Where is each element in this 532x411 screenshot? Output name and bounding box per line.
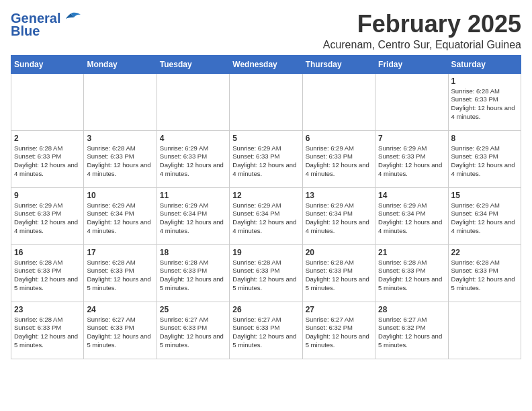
- calendar-table: SundayMondayTuesdayWednesdayThursdayFrid…: [11, 55, 521, 359]
- calendar-cell: 11Sunrise: 6:29 AM Sunset: 6:34 PM Dayli…: [157, 187, 229, 244]
- calendar-cell: [375, 73, 448, 130]
- calendar-cell: 3Sunrise: 6:28 AM Sunset: 6:33 PM Daylig…: [84, 130, 157, 187]
- header-sunday: Sunday: [11, 55, 84, 73]
- calendar-cell: [230, 73, 302, 130]
- calendar-cell: 21Sunrise: 6:28 AM Sunset: 6:33 PM Dayli…: [375, 244, 448, 302]
- calendar-cell: [302, 73, 375, 130]
- calendar-cell: 4Sunrise: 6:29 AM Sunset: 6:33 PM Daylig…: [157, 130, 229, 187]
- day-info: Sunrise: 6:28 AM Sunset: 6:33 PM Dayligh…: [378, 259, 445, 293]
- day-number: 6: [306, 134, 372, 143]
- calendar-cell: 12Sunrise: 6:29 AM Sunset: 6:34 PM Dayli…: [230, 187, 302, 244]
- calendar-cell: 8Sunrise: 6:29 AM Sunset: 6:33 PM Daylig…: [448, 130, 521, 187]
- day-info: Sunrise: 6:29 AM Sunset: 6:34 PM Dayligh…: [87, 201, 153, 236]
- day-number: 8: [451, 134, 518, 143]
- day-info: Sunrise: 6:29 AM Sunset: 6:33 PM Dayligh…: [160, 144, 226, 179]
- day-number: 13: [306, 191, 372, 200]
- day-number: 22: [451, 248, 518, 257]
- day-number: 11: [160, 191, 226, 200]
- day-info: Sunrise: 6:28 AM Sunset: 6:33 PM Dayligh…: [232, 259, 299, 293]
- header-wednesday: Wednesday: [230, 55, 302, 73]
- day-info: Sunrise: 6:27 AM Sunset: 6:32 PM Dayligh…: [306, 316, 372, 350]
- day-info: Sunrise: 6:29 AM Sunset: 6:34 PM Dayligh…: [451, 201, 518, 236]
- header-tuesday: Tuesday: [157, 55, 229, 73]
- calendar-cell: 22Sunrise: 6:28 AM Sunset: 6:33 PM Dayli…: [448, 244, 521, 302]
- calendar-cell: 6Sunrise: 6:29 AM Sunset: 6:33 PM Daylig…: [302, 130, 375, 187]
- day-info: Sunrise: 6:29 AM Sunset: 6:33 PM Dayligh…: [378, 144, 445, 179]
- calendar-cell: 13Sunrise: 6:29 AM Sunset: 6:34 PM Dayli…: [302, 187, 375, 244]
- day-number: 7: [378, 134, 445, 143]
- location-subtitle: Acurenam, Centro Sur, Equatorial Guinea: [323, 39, 521, 51]
- day-info: Sunrise: 6:29 AM Sunset: 6:34 PM Dayligh…: [232, 201, 299, 236]
- day-number: 3: [87, 134, 153, 143]
- calendar-cell: [157, 73, 229, 130]
- day-info: Sunrise: 6:27 AM Sunset: 6:33 PM Dayligh…: [87, 316, 153, 350]
- day-number: 10: [87, 191, 153, 200]
- day-info: Sunrise: 6:28 AM Sunset: 6:33 PM Dayligh…: [451, 87, 518, 122]
- calendar-cell: 14Sunrise: 6:29 AM Sunset: 6:34 PM Dayli…: [375, 187, 448, 244]
- calendar-cell: 20Sunrise: 6:28 AM Sunset: 6:33 PM Dayli…: [302, 244, 375, 302]
- calendar-cell: 10Sunrise: 6:29 AM Sunset: 6:34 PM Dayli…: [84, 187, 157, 244]
- day-number: 21: [378, 248, 445, 257]
- page-header: General Blue February 2025 Acurenam, Cen…: [11, 11, 521, 51]
- day-info: Sunrise: 6:28 AM Sunset: 6:33 PM Dayligh…: [14, 316, 81, 350]
- day-info: Sunrise: 6:27 AM Sunset: 6:32 PM Dayligh…: [378, 316, 445, 350]
- day-info: Sunrise: 6:27 AM Sunset: 6:33 PM Dayligh…: [232, 316, 299, 350]
- day-number: 1: [451, 77, 518, 86]
- calendar-cell: [11, 73, 84, 130]
- day-info: Sunrise: 6:28 AM Sunset: 6:33 PM Dayligh…: [87, 259, 153, 293]
- calendar-cell: 27Sunrise: 6:27 AM Sunset: 6:32 PM Dayli…: [302, 302, 375, 359]
- day-number: 12: [232, 191, 299, 200]
- calendar-week-row: 9Sunrise: 6:29 AM Sunset: 6:33 PM Daylig…: [11, 187, 521, 244]
- day-info: Sunrise: 6:28 AM Sunset: 6:33 PM Dayligh…: [87, 144, 153, 179]
- calendar-cell: 1Sunrise: 6:28 AM Sunset: 6:33 PM Daylig…: [448, 73, 521, 130]
- calendar-cell: 2Sunrise: 6:28 AM Sunset: 6:33 PM Daylig…: [11, 130, 84, 187]
- calendar-cell: 24Sunrise: 6:27 AM Sunset: 6:33 PM Dayli…: [84, 302, 157, 359]
- day-info: Sunrise: 6:29 AM Sunset: 6:34 PM Dayligh…: [160, 201, 226, 236]
- calendar-header-row: SundayMondayTuesdayWednesdayThursdayFrid…: [11, 55, 521, 73]
- day-number: 15: [451, 191, 518, 200]
- calendar-cell: 25Sunrise: 6:27 AM Sunset: 6:33 PM Dayli…: [157, 302, 229, 359]
- day-info: Sunrise: 6:29 AM Sunset: 6:34 PM Dayligh…: [378, 201, 445, 236]
- day-info: Sunrise: 6:29 AM Sunset: 6:33 PM Dayligh…: [451, 144, 518, 179]
- day-number: 14: [378, 191, 445, 200]
- day-info: Sunrise: 6:28 AM Sunset: 6:33 PM Dayligh…: [306, 259, 372, 293]
- day-info: Sunrise: 6:28 AM Sunset: 6:33 PM Dayligh…: [14, 259, 81, 293]
- day-info: Sunrise: 6:28 AM Sunset: 6:33 PM Dayligh…: [14, 144, 81, 179]
- calendar-cell: 5Sunrise: 6:29 AM Sunset: 6:33 PM Daylig…: [230, 130, 302, 187]
- title-area: February 2025 Acurenam, Centro Sur, Equa…: [323, 11, 521, 51]
- day-number: 18: [160, 248, 226, 257]
- day-number: 17: [87, 248, 153, 257]
- calendar-cell: 9Sunrise: 6:29 AM Sunset: 6:33 PM Daylig…: [11, 187, 84, 244]
- calendar-cell: 28Sunrise: 6:27 AM Sunset: 6:32 PM Dayli…: [375, 302, 448, 359]
- day-info: Sunrise: 6:27 AM Sunset: 6:33 PM Dayligh…: [160, 316, 226, 350]
- calendar-cell: 17Sunrise: 6:28 AM Sunset: 6:33 PM Dayli…: [84, 244, 157, 302]
- day-number: 16: [14, 248, 81, 257]
- day-number: 2: [14, 134, 81, 143]
- day-info: Sunrise: 6:28 AM Sunset: 6:33 PM Dayligh…: [451, 259, 518, 293]
- calendar-week-row: 2Sunrise: 6:28 AM Sunset: 6:33 PM Daylig…: [11, 130, 521, 187]
- day-info: Sunrise: 6:29 AM Sunset: 6:34 PM Dayligh…: [306, 201, 372, 236]
- calendar-cell: 26Sunrise: 6:27 AM Sunset: 6:33 PM Dayli…: [230, 302, 302, 359]
- day-info: Sunrise: 6:29 AM Sunset: 6:33 PM Dayligh…: [232, 144, 299, 179]
- day-number: 23: [14, 305, 81, 314]
- calendar-cell: [84, 73, 157, 130]
- calendar-cell: 15Sunrise: 6:29 AM Sunset: 6:34 PM Dayli…: [448, 187, 521, 244]
- header-friday: Friday: [375, 55, 448, 73]
- calendar-cell: 19Sunrise: 6:28 AM Sunset: 6:33 PM Dayli…: [230, 244, 302, 302]
- month-year-title: February 2025: [323, 11, 521, 38]
- header-saturday: Saturday: [448, 55, 521, 73]
- day-number: 24: [87, 305, 153, 314]
- logo-bird-icon: [62, 12, 81, 26]
- calendar-cell: [448, 302, 521, 359]
- day-number: 20: [306, 248, 372, 257]
- logo-text-blue: Blue: [11, 24, 40, 39]
- calendar-week-row: 23Sunrise: 6:28 AM Sunset: 6:33 PM Dayli…: [11, 302, 521, 359]
- day-number: 25: [160, 305, 226, 314]
- calendar-cell: 7Sunrise: 6:29 AM Sunset: 6:33 PM Daylig…: [375, 130, 448, 187]
- day-info: Sunrise: 6:28 AM Sunset: 6:33 PM Dayligh…: [160, 259, 226, 293]
- day-number: 26: [232, 305, 299, 314]
- calendar-cell: 16Sunrise: 6:28 AM Sunset: 6:33 PM Dayli…: [11, 244, 84, 302]
- day-number: 4: [160, 134, 226, 143]
- calendar-week-row: 1Sunrise: 6:28 AM Sunset: 6:33 PM Daylig…: [11, 73, 521, 130]
- day-number: 19: [232, 248, 299, 257]
